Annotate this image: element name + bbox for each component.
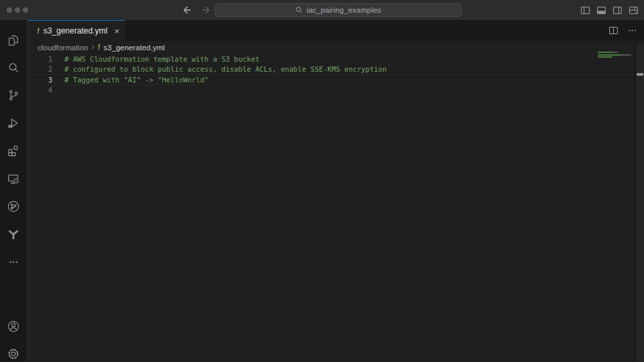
toggle-secondary-sidebar-button[interactable] [612,5,623,15]
code-line-2[interactable]: 2 # configured to block public access, d… [28,64,635,75]
arrow-left-icon [184,7,191,13]
traffic-light-minimize[interactable] [15,7,20,13]
files-icon [6,33,21,48]
git-graph-icon [6,199,21,214]
ellipsis-icon [6,255,21,269]
tab-label: s3_generated.yml [44,26,107,36]
settings-button[interactable] [0,341,27,362]
sidebar-left-icon [580,5,590,15]
command-center-text: iac_pairing_examples [307,6,381,14]
panel-fill [598,11,605,13]
panel-bottom-icon [596,5,606,15]
traffic-light-close[interactable] [7,7,12,13]
search-icon [295,6,303,14]
editor-pane[interactable]: 1 # AWS Cloudformation template with a S… [28,54,635,362]
tab-s3-generated-yml[interactable]: ! s3_generated.yml × [28,20,125,41]
command-center-search[interactable]: iac_pairing_examples [215,3,462,17]
activity-source-control-button[interactable] [0,82,27,109]
activity-git-graph-button[interactable] [0,193,27,220]
activity-run-debug-button[interactable] [0,110,27,137]
split-editor-icon [608,25,619,36]
split-editor-button[interactable] [608,25,619,36]
customize-layout-icon [629,5,639,15]
activity-remote-explorer-button[interactable] [0,166,27,192]
activity-extensions-button[interactable] [0,137,27,164]
toggle-primary-sidebar-button[interactable] [580,5,590,15]
traffic-light-maximize[interactable] [23,7,28,13]
minimap[interactable] [590,42,635,362]
editor-tab-bar: ! s3_generated.yml × [28,20,644,41]
line-number: 4 [28,86,52,94]
minimap-line-mark [598,54,631,56]
code-line-4[interactable]: 4 [28,85,635,96]
line-number: 2 [28,65,52,73]
ellipsis-icon [627,25,637,36]
run-debug-icon [6,116,21,131]
code-text: # Tagged with "AI" -> "HelloWorld" [64,76,209,84]
code-text: # AWS Cloudformation template with a S3 … [64,55,260,63]
breadcrumb-file[interactable]: s3_generated.yml [103,44,164,52]
cursor-position-decoration [637,73,643,76]
extensions-icon [6,143,21,158]
activity-terraform-button[interactable] [0,221,27,248]
title-bar: iac_pairing_examples [0,0,644,20]
editor-more-actions-button[interactable] [627,25,637,36]
line-number: 1 [28,55,52,63]
activity-bar [0,20,28,362]
overview-ruler[interactable] [635,44,644,362]
minimap-line-mark [598,52,618,53]
breadcrumb-folder[interactable]: cloudformation [38,44,88,52]
back-button[interactable] [181,4,193,16]
toggle-panel-button[interactable] [596,5,606,15]
breadcrumb-warning-icon: ! [98,44,100,51]
breadcrumb: cloudformation › ! s3_generated.yml [28,41,635,54]
source-control-icon [6,88,21,103]
minimap-line-mark [598,56,612,58]
activity-explorer-button[interactable] [0,27,27,54]
window-controls [7,7,28,13]
activity-more-button[interactable] [0,249,27,276]
line-number: 3 [28,76,52,84]
activity-search-button[interactable] [0,54,27,81]
chevron-right-icon: › [91,42,94,52]
code-text: # configured to block public access, dis… [64,65,386,73]
tab-close-button[interactable]: × [114,27,119,36]
sidebar-right-icon [612,5,623,15]
accounts-button[interactable] [0,313,27,340]
account-icon [6,319,21,334]
arrow-right-icon [203,7,209,13]
terraform-icon [6,227,21,242]
forward-button[interactable] [200,4,212,16]
remote-explorer-icon [6,172,21,186]
search-icon [6,60,21,75]
code-line-3-active[interactable]: 3 # Tagged with "AI" -> "HelloWorld" [28,74,635,85]
code-line-1[interactable]: 1 # AWS Cloudformation template with a S… [28,54,635,64]
tab-warning-icon: ! [37,27,40,35]
settings-gear-icon [6,347,21,361]
customize-layout-button[interactable] [628,5,639,15]
